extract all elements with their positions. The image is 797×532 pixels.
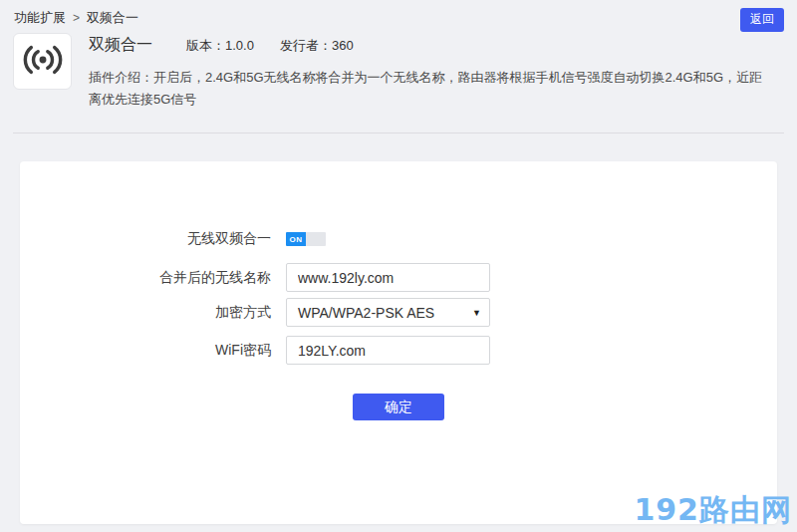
toggle-on-segment: ON <box>286 232 306 246</box>
ssid-row: 合并后的无线名称 <box>20 263 777 292</box>
breadcrumb: 功能扩展 > 双频合一 <box>14 9 138 27</box>
breadcrumb-current: 双频合一 <box>87 9 138 27</box>
ssid-input[interactable] <box>286 263 490 292</box>
topbar: 功能扩展 > 双频合一 返回 <box>0 0 797 30</box>
wifi-password-input[interactable] <box>286 336 490 365</box>
plugin-publisher: 发行者：360 <box>280 37 354 55</box>
toggle-knob <box>306 232 326 246</box>
dual-band-toggle[interactable]: ON <box>286 232 326 246</box>
plugin-title-row: 双频合一 版本：1.0.0 发行者：360 <box>89 35 764 56</box>
encryption-label: 加密方式 <box>20 304 286 322</box>
plugin-icon-card <box>13 33 72 90</box>
breadcrumb-separator: > <box>73 11 80 25</box>
plugin-description: 插件介绍：开启后，2.4G和5G无线名称将合并为一个无线名称，路由器将根据手机信… <box>89 67 764 111</box>
encryption-selected-value: WPA/WPA2-PSK AES <box>287 305 434 321</box>
password-label: WiFi密码 <box>20 342 286 360</box>
page: { "header": { "breadcrumb": { "root": "功… <box>0 0 797 532</box>
encryption-select[interactable]: WPA/WPA2-PSK AES ▼ <box>286 298 490 327</box>
chevron-down-icon: ▼ <box>472 308 481 318</box>
wifi-signal-icon <box>21 42 65 82</box>
ssid-label: 合并后的无线名称 <box>20 269 286 287</box>
confirm-button[interactable]: 确定 <box>353 394 444 420</box>
settings-panel: 无线双频合一 ON 合并后的无线名称 加密方式 WPA/WPA2-PSK AES… <box>20 161 777 524</box>
encryption-row: 加密方式 WPA/WPA2-PSK AES ▼ <box>20 298 777 327</box>
password-row: WiFi密码 <box>20 336 777 365</box>
plugin-title: 双频合一 <box>89 35 152 56</box>
breadcrumb-root[interactable]: 功能扩展 <box>14 9 66 27</box>
plugin-body: 双频合一 版本：1.0.0 发行者：360 插件介绍：开启后，2.4G和5G无线… <box>89 33 764 111</box>
site-watermark: 192路由网 <box>634 490 792 531</box>
toggle-label: 无线双频合一 <box>20 230 286 248</box>
toggle-row: 无线双频合一 ON <box>20 229 777 249</box>
plugin-info: 双频合一 版本：1.0.0 发行者：360 插件介绍：开启后，2.4G和5G无线… <box>13 33 764 111</box>
plugin-version: 版本：1.0.0 <box>186 37 254 55</box>
section-divider <box>13 133 784 133</box>
back-button[interactable]: 返回 <box>740 8 784 32</box>
